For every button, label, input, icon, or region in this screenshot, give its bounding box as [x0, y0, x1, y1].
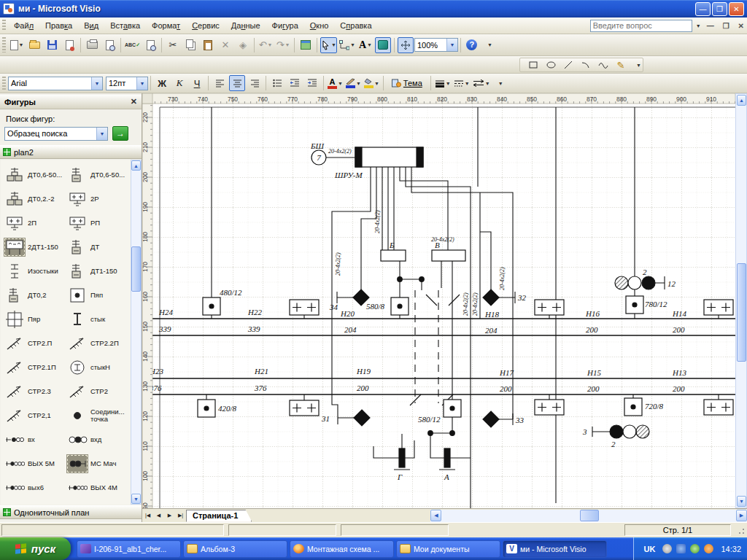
- first-page-icon[interactable]: |◀: [142, 510, 153, 521]
- search-go-button[interactable]: →: [112, 126, 128, 141]
- scrollbar-thumb[interactable]: [131, 246, 141, 292]
- new-button[interactable]: ▼: [9, 37, 25, 53]
- line-ends-button[interactable]: ▼: [472, 75, 491, 91]
- stencil-shape-РП[interactable]: РП: [66, 211, 129, 235]
- mdi-close-icon[interactable]: ✕: [735, 22, 747, 30]
- mdi-minimize-icon[interactable]: —: [704, 22, 717, 30]
- copy-button[interactable]: [182, 37, 198, 53]
- pan-zoom-button[interactable]: [398, 37, 414, 53]
- stencil-shape-Соедини...-точка[interactable]: Соедини... точка: [66, 403, 129, 427]
- question-dropdown-icon[interactable]: ▼: [696, 23, 701, 28]
- shapes-window-button[interactable]: [298, 37, 314, 53]
- rectangle-tool-button[interactable]: [525, 57, 541, 73]
- last-page-icon[interactable]: ▶|: [175, 510, 186, 521]
- scrollbar-thumb[interactable]: [580, 510, 599, 521]
- shapes-panel-header[interactable]: Фигуры ✕: [0, 95, 142, 109]
- research-button[interactable]: [142, 37, 158, 53]
- font-combobox[interactable]: Arial▼: [8, 77, 103, 90]
- stencil-shape-вх[interactable]: вх: [4, 427, 66, 451]
- font-color-button[interactable]: А▼: [327, 75, 344, 91]
- delete-button[interactable]: ✕: [217, 37, 233, 53]
- drawing-canvas[interactable]: БШ720-4x2(2)ШРУ-МБВ20-4x2(2)20-4x2(2)20-…: [142, 93, 735, 508]
- stencil-shape-вхд[interactable]: вхд: [66, 427, 129, 451]
- stencil-shape-СТР2[interactable]: СТР2: [66, 379, 129, 403]
- fill-color-button[interactable]: ▼: [363, 75, 380, 91]
- open-button[interactable]: [26, 37, 42, 53]
- ellipse-tool-button[interactable]: [543, 57, 559, 73]
- align-left-button[interactable]: [212, 75, 228, 91]
- taskbar-task-Мои-документы[interactable]: Мои документы: [396, 540, 500, 558]
- scroll-down-icon[interactable]: ▼: [737, 496, 746, 507]
- stencil-shape-стык[interactable]: стык: [66, 307, 129, 331]
- italic-button[interactable]: К: [171, 75, 187, 91]
- stencil-shape-Пяп[interactable]: Пяп: [66, 283, 129, 307]
- tray-update-icon[interactable]: [704, 544, 713, 553]
- stencil-shape-2П[interactable]: 2П: [4, 211, 66, 235]
- scroll-down-icon[interactable]: ▼: [131, 494, 141, 504]
- spelling-button[interactable]: ABC✓: [124, 37, 141, 53]
- arc-tool-button[interactable]: [578, 57, 594, 73]
- stencil-shape-ДТ0,2[interactable]: ДТ0,2: [4, 283, 66, 307]
- next-page-icon[interactable]: ▶: [164, 510, 175, 521]
- print-button[interactable]: [84, 37, 100, 53]
- stencil-shape-СТР2.П[interactable]: СТР2.П: [4, 331, 66, 355]
- start-button[interactable]: пуск: [0, 537, 71, 560]
- scroll-left-icon[interactable]: ◀: [430, 510, 441, 521]
- shape-list-scrollbar[interactable]: ▲ ▼: [131, 160, 142, 505]
- vertical-scrollbar[interactable]: ▲ ▼: [735, 93, 747, 508]
- cut-button[interactable]: ✂: [165, 37, 181, 53]
- print-preview-button[interactable]: [101, 37, 117, 53]
- undo-button[interactable]: ↶▼: [258, 37, 274, 53]
- scroll-up-icon[interactable]: ▲: [131, 160, 141, 171]
- menu-Формат[interactable]: Формат: [146, 19, 186, 32]
- toolbar-options-button[interactable]: ▼: [492, 75, 508, 91]
- panel-close-icon[interactable]: ✕: [131, 97, 137, 106]
- toolbar-options-button[interactable]: ▼: [481, 37, 498, 53]
- menu-Вставка[interactable]: Вставка: [104, 19, 146, 32]
- bullets-button[interactable]: [269, 75, 285, 91]
- toolbar-grip[interactable]: [2, 37, 6, 52]
- tray-network-icon[interactable]: [676, 544, 686, 553]
- tray-volume-icon[interactable]: [662, 544, 672, 553]
- increase-indent-button[interactable]: [304, 75, 320, 91]
- stencil-shape-ВЫХ-4М[interactable]: ВЫХ 4М: [66, 475, 129, 499]
- redo-button[interactable]: ↷▼: [275, 37, 291, 53]
- stencil-shape-вых6[interactable]: вых6: [4, 475, 66, 499]
- horizontal-scrollbar[interactable]: ◀ ▶: [430, 510, 747, 522]
- underline-button[interactable]: Ч: [189, 75, 205, 91]
- search-shapes-combobox[interactable]: Образец поиска ▼: [4, 127, 108, 141]
- connector-tool-button[interactable]: ▼: [338, 37, 356, 53]
- stencil-tab-single-line-plan[interactable]: Однониточный план: [0, 505, 142, 519]
- freeform-tool-button[interactable]: [595, 57, 611, 73]
- align-right-button[interactable]: [247, 75, 263, 91]
- menu-Вид[interactable]: Вид: [78, 19, 104, 32]
- text-tool-button[interactable]: A▼: [357, 37, 374, 53]
- tray-antivirus-icon[interactable]: [690, 544, 700, 553]
- stencil-shape-ДТ0,6-50...[interactable]: ДТ0,6-50...: [66, 163, 129, 187]
- stencil-shape-2ДТ1-150[interactable]: 2ДТ1-150: [4, 235, 66, 259]
- stencil-shape-СТР2,1[interactable]: СТР2,1: [4, 403, 66, 427]
- decrease-indent-button[interactable]: [287, 75, 303, 91]
- question-input[interactable]: [590, 20, 692, 32]
- taskbar-task-ми---Microsoft-Visio[interactable]: Vми - Microsoft Visio: [503, 540, 607, 558]
- taskbar-task-I-206-91_alb1_cher...[interactable]: I-206-91_alb1_cher...: [77, 540, 181, 558]
- page-tab[interactable]: Страница-1: [186, 510, 252, 522]
- stencil-shape-Пяр[interactable]: Пяр: [4, 307, 66, 331]
- stencil-shape-СТР2.1П[interactable]: СТР2.1П: [4, 355, 66, 379]
- pointer-tool-button[interactable]: ▼: [320, 37, 337, 53]
- font-size-combobox[interactable]: 12пт▼: [106, 77, 148, 90]
- resize-grip[interactable]: [735, 525, 746, 535]
- align-center-button[interactable]: [229, 75, 245, 91]
- minimize-button[interactable]: —: [695, 2, 711, 16]
- menu-Фигура[interactable]: Фигура: [266, 19, 304, 32]
- line-weight-button[interactable]: ▼: [434, 75, 452, 91]
- stencil-shape-ДТ1-150[interactable]: ДТ1-150: [66, 259, 129, 283]
- stencil-shape-МС-Мач[interactable]: МС Мач: [66, 451, 129, 475]
- save-button[interactable]: [44, 37, 60, 53]
- stencil-shape-СТР2.2П[interactable]: СТР2.2П: [66, 331, 129, 355]
- scroll-up-icon[interactable]: ▲: [737, 95, 746, 106]
- line-tool-button[interactable]: [560, 57, 576, 73]
- menu-Файл[interactable]: Файл: [8, 19, 39, 32]
- format-painter-button[interactable]: ◈: [235, 37, 251, 53]
- menu-Справка[interactable]: Справка: [334, 19, 377, 32]
